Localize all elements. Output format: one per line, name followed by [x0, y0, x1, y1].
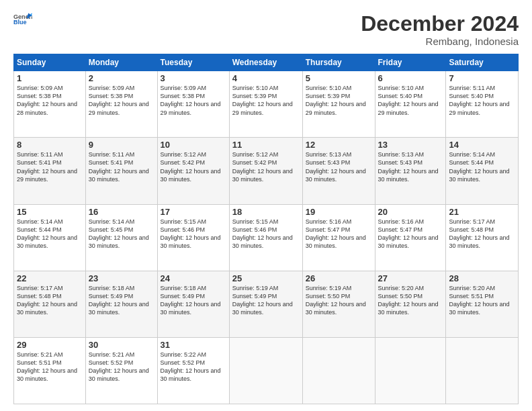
calendar-cell	[302, 337, 375, 404]
day-number: 26	[306, 273, 372, 283]
header: General Blue December 2024 Rembang, Indo…	[13, 12, 519, 47]
day-detail: Sunrise: 5:13 AMSunset: 5:43 PMDaylight:…	[306, 150, 372, 183]
calendar-cell	[375, 337, 446, 404]
calendar-cell: 31Sunrise: 5:22 AMSunset: 5:52 PMDayligh…	[157, 337, 229, 404]
calendar-week-3: 15Sunrise: 5:14 AMSunset: 5:44 PMDayligh…	[14, 204, 519, 271]
calendar-cell: 13Sunrise: 5:13 AMSunset: 5:43 PMDayligh…	[375, 138, 446, 204]
day-detail: Sunrise: 5:21 AMSunset: 5:52 PMDaylight:…	[89, 351, 154, 383]
day-number: 31	[161, 340, 226, 350]
day-number: 25	[232, 273, 300, 283]
day-number: 5	[306, 73, 372, 83]
day-detail: Sunrise: 5:17 AMSunset: 5:48 PMDaylight:…	[449, 218, 515, 250]
calendar-cell: 18Sunrise: 5:15 AMSunset: 5:46 PMDayligh…	[229, 204, 302, 271]
day-detail: Sunrise: 5:09 AMSunset: 5:38 PMDaylight:…	[161, 84, 226, 117]
calendar-cell: 29Sunrise: 5:21 AMSunset: 5:51 PMDayligh…	[14, 337, 86, 404]
day-detail: Sunrise: 5:14 AMSunset: 5:45 PMDaylight:…	[89, 218, 154, 250]
day-number: 16	[89, 207, 154, 217]
calendar-cell: 5Sunrise: 5:10 AMSunset: 5:39 PMDaylight…	[302, 71, 375, 138]
calendar-week-4: 22Sunrise: 5:17 AMSunset: 5:48 PMDayligh…	[14, 271, 519, 337]
day-detail: Sunrise: 5:11 AMSunset: 5:41 PMDaylight:…	[17, 150, 83, 183]
day-header-sunday: Sunday	[14, 54, 86, 71]
day-detail: Sunrise: 5:20 AMSunset: 5:51 PMDaylight:…	[449, 284, 515, 317]
day-detail: Sunrise: 5:16 AMSunset: 5:47 PMDaylight:…	[378, 218, 443, 250]
day-header-monday: Monday	[85, 54, 157, 71]
calendar-cell: 4Sunrise: 5:10 AMSunset: 5:39 PMDaylight…	[229, 71, 302, 138]
calendar-table: SundayMondayTuesdayWednesdayThursdayFrid…	[13, 54, 519, 404]
day-number: 14	[449, 140, 515, 150]
day-header-wednesday: Wednesday	[229, 54, 302, 71]
day-number: 3	[161, 73, 226, 83]
day-detail: Sunrise: 5:11 AMSunset: 5:41 PMDaylight:…	[89, 150, 154, 183]
day-number: 8	[17, 140, 83, 150]
day-number: 12	[306, 140, 372, 150]
svg-text:Blue: Blue	[13, 19, 27, 26]
day-detail: Sunrise: 5:19 AMSunset: 5:49 PMDaylight:…	[232, 284, 300, 317]
calendar-header-row: SundayMondayTuesdayWednesdayThursdayFrid…	[14, 54, 519, 71]
day-number: 21	[449, 207, 515, 217]
day-number: 20	[378, 207, 443, 217]
day-detail: Sunrise: 5:14 AMSunset: 5:44 PMDaylight:…	[449, 150, 515, 183]
day-detail: Sunrise: 5:11 AMSunset: 5:40 PMDaylight:…	[449, 84, 515, 117]
calendar-cell: 7Sunrise: 5:11 AMSunset: 5:40 PMDaylight…	[446, 71, 519, 138]
calendar-cell: 21Sunrise: 5:17 AMSunset: 5:48 PMDayligh…	[446, 204, 519, 271]
calendar-cell: 24Sunrise: 5:18 AMSunset: 5:49 PMDayligh…	[157, 271, 229, 337]
day-detail: Sunrise: 5:15 AMSunset: 5:46 PMDaylight:…	[232, 218, 300, 250]
calendar-cell: 26Sunrise: 5:19 AMSunset: 5:50 PMDayligh…	[302, 271, 375, 337]
day-detail: Sunrise: 5:18 AMSunset: 5:49 PMDaylight:…	[89, 284, 154, 317]
day-detail: Sunrise: 5:12 AMSunset: 5:42 PMDaylight:…	[232, 150, 300, 183]
day-detail: Sunrise: 5:15 AMSunset: 5:46 PMDaylight:…	[161, 218, 226, 250]
calendar-cell: 11Sunrise: 5:12 AMSunset: 5:42 PMDayligh…	[229, 138, 302, 204]
day-number: 4	[232, 73, 300, 83]
day-number: 15	[17, 207, 83, 217]
calendar-cell: 2Sunrise: 5:09 AMSunset: 5:38 PMDaylight…	[85, 71, 157, 138]
day-number: 10	[161, 140, 226, 150]
day-number: 7	[449, 73, 515, 83]
day-number: 18	[232, 207, 300, 217]
day-detail: Sunrise: 5:16 AMSunset: 5:47 PMDaylight:…	[306, 218, 372, 250]
calendar-cell: 12Sunrise: 5:13 AMSunset: 5:43 PMDayligh…	[302, 138, 375, 204]
day-number: 30	[89, 340, 154, 350]
calendar-cell: 3Sunrise: 5:09 AMSunset: 5:38 PMDaylight…	[157, 71, 229, 138]
calendar-cell: 30Sunrise: 5:21 AMSunset: 5:52 PMDayligh…	[85, 337, 157, 404]
day-header-tuesday: Tuesday	[157, 54, 229, 71]
calendar-cell: 20Sunrise: 5:16 AMSunset: 5:47 PMDayligh…	[375, 204, 446, 271]
calendar-cell: 27Sunrise: 5:20 AMSunset: 5:50 PMDayligh…	[375, 271, 446, 337]
day-header-saturday: Saturday	[446, 54, 519, 71]
day-number: 6	[378, 73, 443, 83]
day-detail: Sunrise: 5:19 AMSunset: 5:50 PMDaylight:…	[306, 284, 372, 317]
title-block: December 2024 Rembang, Indonesia	[361, 12, 519, 47]
day-detail: Sunrise: 5:13 AMSunset: 5:43 PMDaylight:…	[378, 150, 443, 183]
calendar-cell: 15Sunrise: 5:14 AMSunset: 5:44 PMDayligh…	[14, 204, 86, 271]
day-number: 13	[378, 140, 443, 150]
day-header-thursday: Thursday	[302, 54, 375, 71]
day-number: 17	[161, 207, 226, 217]
logo: General Blue	[13, 12, 32, 26]
calendar-cell: 9Sunrise: 5:11 AMSunset: 5:41 PMDaylight…	[85, 138, 157, 204]
day-detail: Sunrise: 5:09 AMSunset: 5:38 PMDaylight:…	[17, 84, 83, 117]
day-number: 11	[232, 140, 300, 150]
day-number: 28	[449, 273, 515, 283]
day-number: 9	[89, 140, 154, 150]
day-number: 29	[17, 340, 83, 350]
calendar-cell: 14Sunrise: 5:14 AMSunset: 5:44 PMDayligh…	[446, 138, 519, 204]
day-number: 19	[306, 207, 372, 217]
calendar-cell: 1Sunrise: 5:09 AMSunset: 5:38 PMDaylight…	[14, 71, 86, 138]
calendar-week-2: 8Sunrise: 5:11 AMSunset: 5:41 PMDaylight…	[14, 138, 519, 204]
calendar-cell: 22Sunrise: 5:17 AMSunset: 5:48 PMDayligh…	[14, 271, 86, 337]
day-detail: Sunrise: 5:22 AMSunset: 5:52 PMDaylight:…	[161, 351, 226, 383]
day-header-friday: Friday	[375, 54, 446, 71]
calendar-cell: 10Sunrise: 5:12 AMSunset: 5:42 PMDayligh…	[157, 138, 229, 204]
day-detail: Sunrise: 5:12 AMSunset: 5:42 PMDaylight:…	[161, 150, 226, 183]
month-title: December 2024	[361, 12, 519, 36]
day-detail: Sunrise: 5:10 AMSunset: 5:40 PMDaylight:…	[378, 84, 443, 117]
calendar-cell: 6Sunrise: 5:10 AMSunset: 5:40 PMDaylight…	[375, 71, 446, 138]
day-detail: Sunrise: 5:10 AMSunset: 5:39 PMDaylight:…	[306, 84, 372, 117]
day-number: 2	[89, 73, 154, 83]
calendar-body: 1Sunrise: 5:09 AMSunset: 5:38 PMDaylight…	[14, 71, 519, 404]
calendar-cell: 28Sunrise: 5:20 AMSunset: 5:51 PMDayligh…	[446, 271, 519, 337]
day-detail: Sunrise: 5:18 AMSunset: 5:49 PMDaylight:…	[161, 284, 226, 317]
calendar-week-1: 1Sunrise: 5:09 AMSunset: 5:38 PMDaylight…	[14, 71, 519, 138]
location-subtitle: Rembang, Indonesia	[361, 36, 519, 47]
day-detail: Sunrise: 5:09 AMSunset: 5:38 PMDaylight:…	[89, 84, 154, 117]
day-detail: Sunrise: 5:21 AMSunset: 5:51 PMDaylight:…	[17, 351, 83, 383]
